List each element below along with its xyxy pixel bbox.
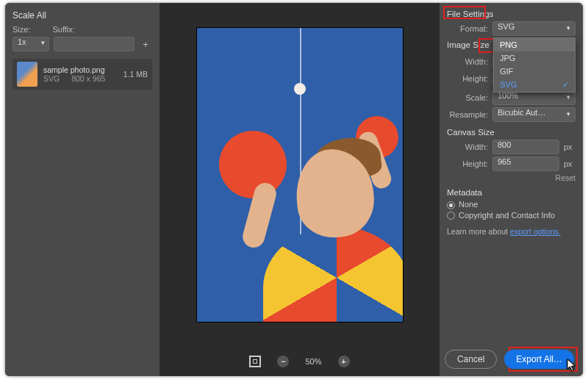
resample-label: Resample: xyxy=(447,110,488,119)
file-settings-title: File Settings xyxy=(447,10,576,18)
format-label: Format: xyxy=(447,24,488,33)
canvas-size-title: Canvas Size xyxy=(447,128,576,137)
learn-more-link[interactable]: export options. xyxy=(510,227,561,236)
scale-panel: Scale All Size: Suffix: 1x + sample phot… xyxy=(5,3,159,376)
format-option-png[interactable]: PNG xyxy=(494,38,575,51)
preview-area: − 50% + xyxy=(159,3,440,376)
suffix-label: Suffix: xyxy=(52,25,74,34)
dialog-buttons: Cancel Export All… xyxy=(445,350,574,369)
metadata-title: Metadata xyxy=(447,188,576,197)
metadata-copyright-option[interactable]: Copyright and Contact Info xyxy=(447,211,576,220)
resample-select[interactable]: Bicubic Aut…▾ xyxy=(492,107,576,122)
zoom-in-button[interactable]: + xyxy=(338,356,350,367)
format-option-jpg[interactable]: JPG xyxy=(494,51,575,65)
canvas-height-label: Height: xyxy=(447,159,488,168)
preview-canvas[interactable] xyxy=(197,28,403,322)
asset-thumbnail xyxy=(17,62,37,87)
reset-button[interactable]: Reset xyxy=(447,173,576,182)
suffix-input[interactable] xyxy=(54,37,135,51)
scale-panel-title: Scale All xyxy=(12,10,152,21)
canvas-width-input[interactable]: 800 xyxy=(492,140,559,154)
add-scale-button[interactable]: + xyxy=(139,39,152,50)
learn-more-text: Learn more about export options. xyxy=(447,227,576,236)
metadata-none-option[interactable]: None xyxy=(447,200,576,209)
radio-icon xyxy=(447,212,455,220)
asset-filesize: 1.1 MB xyxy=(123,70,148,79)
check-icon: ✓ xyxy=(562,80,569,90)
zoom-toolbar: − 50% + xyxy=(249,347,349,376)
cursor-icon xyxy=(567,358,577,372)
radio-icon xyxy=(447,201,455,209)
format-option-gif[interactable]: GIF xyxy=(494,65,575,78)
export-dialog: Scale All Size: Suffix: 1x + sample phot… xyxy=(5,3,583,376)
settings-panel: File Settings Format: SVG▾ PNG JPG GIF S… xyxy=(440,3,583,376)
asset-format: SVG xyxy=(43,74,60,83)
size-label: Size: xyxy=(12,25,30,34)
crop-icon[interactable] xyxy=(249,356,261,367)
export-all-button[interactable]: Export All… xyxy=(504,350,574,369)
format-dropdown: PNG JPG GIF SVG✓ xyxy=(493,37,576,93)
format-select[interactable]: SVG▾ xyxy=(492,21,576,36)
asset-name: sample photo.png xyxy=(43,65,118,74)
cancel-button[interactable]: Cancel xyxy=(445,350,497,369)
scale-select[interactable]: 1x xyxy=(12,37,49,51)
asset-row[interactable]: sample photo.png SVG 800 x 965 1.1 MB xyxy=(12,59,152,90)
scale-select-right[interactable]: 100%▾ xyxy=(492,90,576,105)
scale-label: Scale: xyxy=(447,93,488,102)
zoom-out-button[interactable]: − xyxy=(277,356,289,367)
canvas-width-label: Width: xyxy=(447,143,488,151)
canvas-height-input[interactable]: 965 xyxy=(492,156,559,171)
zoom-percent: 50% xyxy=(305,357,321,366)
height-label: Height: xyxy=(447,74,488,83)
format-option-svg[interactable]: SVG✓ xyxy=(494,78,575,92)
width-label: Width: xyxy=(447,57,488,66)
asset-dimensions: 800 x 965 xyxy=(71,74,105,83)
